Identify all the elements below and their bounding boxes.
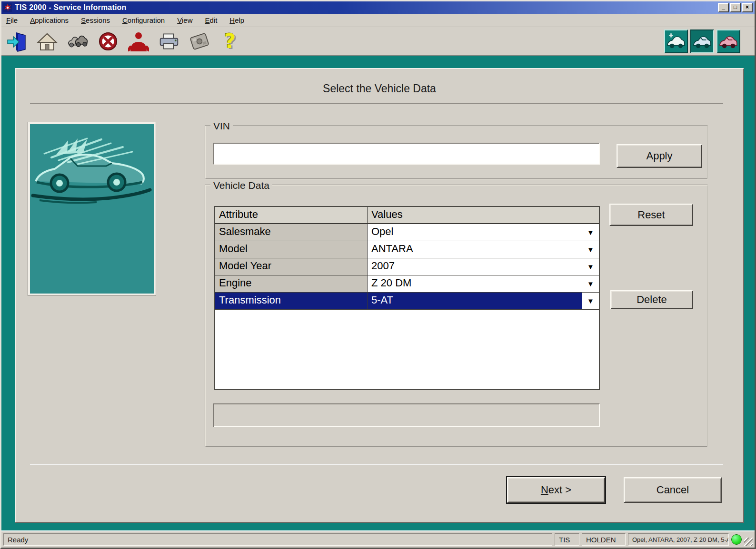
vehicle-tools-button[interactable] [664, 29, 688, 53]
stop-button[interactable] [97, 29, 119, 53]
status-bar: Ready TIS HOLDEN Opel, ANTARA, 2007, Z 2… [1, 530, 755, 548]
table-row[interactable]: Model Year 2007 ▼ [215, 258, 599, 275]
value-cell: 2007 [368, 258, 582, 275]
stop-icon [98, 31, 119, 52]
vehicle-info-icon [718, 31, 738, 51]
menu-bar: File Applications Sessions Configuration… [1, 14, 755, 27]
dropdown-button[interactable]: ▼ [582, 258, 599, 275]
menu-item[interactable]: Sessions [81, 16, 110, 24]
app-logo-icon [3, 3, 12, 12]
value-cell: 5-AT [368, 293, 582, 309]
next-button-label: Next > [541, 484, 571, 496]
values-column-header: Values [368, 207, 599, 223]
chevron-down-icon: ▼ [587, 297, 594, 305]
attribute-cell: Transmission [215, 293, 368, 309]
table-row[interactable]: Transmission 5-AT ▼ [215, 293, 599, 310]
toolbar-right-group [664, 29, 740, 53]
exit-icon [6, 31, 27, 52]
vehicle-test-icon [692, 31, 712, 51]
exit-button[interactable] [5, 29, 28, 53]
menu-item[interactable]: Edit [205, 16, 217, 24]
home-button[interactable] [36, 29, 59, 53]
attribute-cell: Engine [215, 275, 368, 292]
table-row[interactable]: Salesmake Opel ▼ [215, 224, 599, 241]
chevron-down-icon: ▼ [587, 228, 594, 236]
status-tis: TIS [555, 533, 579, 546]
vin-group-label: VIN [210, 120, 233, 132]
connection-indicator [731, 534, 742, 545]
chevron-down-icon: ▼ [587, 280, 594, 288]
value-cell: Opel [368, 224, 582, 241]
table-row[interactable]: Engine Z 20 DM ▼ [215, 275, 599, 293]
vehicle-data-group-label: Vehicle Data [210, 180, 272, 191]
menu-item[interactable]: Help [229, 16, 244, 24]
vehicle-select-panel: Select the Vehicle Data [15, 68, 744, 523]
car-sketch-icon [30, 124, 154, 207]
status-vehicle-summary: Opel, ANTARA, 2007, Z 20 DM, 5-AT [628, 533, 729, 546]
status-holden: HOLDEN [582, 533, 626, 546]
menu-item[interactable]: Applications [30, 16, 69, 24]
print-icon [159, 31, 179, 52]
vehicle-data-table: Attribute Values Salesmake Opel ▼ [214, 206, 600, 390]
dropdown-button[interactable]: ▼ [582, 275, 599, 292]
cancel-button[interactable]: Cancel [624, 477, 722, 503]
page-title: Select the Vehicle Data [16, 82, 743, 95]
attribute-cell: Model Year [215, 258, 368, 275]
chevron-down-icon: ▼ [587, 245, 594, 254]
contact-icon [128, 31, 149, 52]
vehicle-test-button[interactable] [690, 29, 714, 53]
vin-input[interactable] [213, 143, 600, 165]
reset-button[interactable]: Reset [609, 204, 693, 226]
divider [30, 464, 723, 465]
title-bar: TIS 2000 - Service Information _ □ × [1, 1, 755, 14]
value-cell: Z 20 DM [368, 275, 582, 292]
next-button[interactable]: Next > [507, 477, 605, 503]
help-icon: ? [224, 31, 236, 52]
help-button[interactable]: ? [219, 29, 241, 53]
chevron-down-icon: ▼ [587, 263, 594, 271]
close-button[interactable]: × [742, 3, 753, 12]
media-icon [189, 31, 210, 52]
table-row[interactable]: Model ANTARA ▼ [215, 241, 599, 258]
vehicle-artwork [28, 122, 156, 295]
app-window: TIS 2000 - Service Information _ □ × Fil… [0, 0, 756, 549]
workspace: Select the Vehicle Data [1, 56, 755, 530]
menu-item[interactable]: View [177, 16, 192, 24]
delete-button[interactable]: Delete [610, 290, 693, 309]
vehicle-tools-icon [666, 31, 686, 51]
minimize-button[interactable]: _ [718, 3, 729, 12]
media-button[interactable] [188, 29, 211, 53]
resize-grip[interactable] [744, 538, 753, 546]
dropdown-button[interactable]: ▼ [582, 241, 599, 258]
divider [30, 103, 723, 104]
apply-button-label: Apply [646, 150, 672, 162]
attribute-column-header: Attribute [215, 207, 368, 223]
home-icon [37, 31, 58, 52]
menu-item[interactable]: Configuration [122, 16, 165, 24]
vehicles-icon [67, 31, 88, 52]
delete-button-label: Delete [637, 294, 667, 306]
status-info-field [213, 403, 600, 427]
window-title: TIS 2000 - Service Information [15, 3, 127, 12]
table-empty-area [215, 310, 599, 389]
print-button[interactable] [158, 29, 180, 53]
cancel-button-label: Cancel [657, 484, 689, 496]
toolbar: ? [1, 27, 755, 56]
value-cell: ANTARA [368, 241, 582, 258]
dropdown-button[interactable]: ▼ [582, 224, 599, 241]
vehicles-button[interactable] [66, 29, 89, 53]
reset-button-label: Reset [637, 209, 665, 221]
status-ready: Ready [3, 533, 552, 546]
attribute-cell: Model [215, 241, 368, 258]
table-header: Attribute Values [215, 207, 599, 224]
vehicle-info-button[interactable] [716, 29, 740, 53]
menu-item[interactable]: File [6, 16, 18, 24]
contact-button[interactable] [127, 29, 150, 53]
maximize-button[interactable]: □ [730, 3, 741, 12]
dropdown-button[interactable]: ▼ [582, 293, 599, 309]
table-body: Salesmake Opel ▼ Model ANTARA ▼ [215, 224, 599, 310]
apply-button[interactable]: Apply [617, 144, 702, 168]
attribute-cell: Salesmake [215, 224, 368, 241]
